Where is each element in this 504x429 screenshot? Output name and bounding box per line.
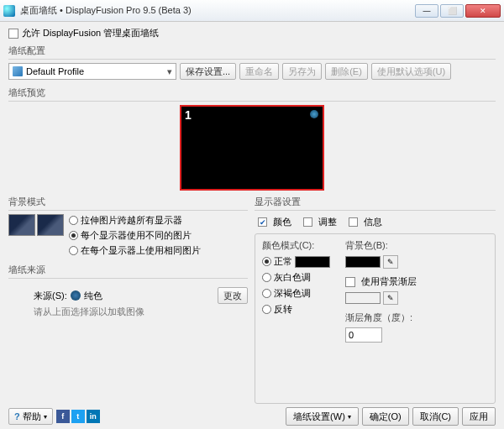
mode-sepia-radio[interactable] bbox=[262, 289, 271, 298]
color-panel: 颜色模式(C): 正常 灰白色调 深褐色调 反转 背景色(B): ✎ 使用背景渐… bbox=[255, 233, 496, 404]
mode-invert-radio[interactable] bbox=[262, 305, 271, 314]
saveas-button[interactable]: 另存为 bbox=[282, 63, 322, 80]
section-profile-label: 墙纸配置 bbox=[8, 44, 496, 57]
gradient-picker-button[interactable]: ✎ bbox=[383, 291, 398, 305]
help-icon: ? bbox=[14, 411, 20, 421]
monitor-preview[interactable]: 1 bbox=[180, 105, 324, 191]
ok-button[interactable]: 确定(O) bbox=[362, 407, 409, 426]
section-monitor-label: 显示器设置 bbox=[255, 196, 496, 208]
source-hint: 请从上面选择源以加载图像 bbox=[8, 306, 248, 318]
bgcolor-label: 背景色(B): bbox=[345, 239, 417, 252]
delete-button[interactable]: 删除(E) bbox=[325, 63, 368, 80]
bgmode-different-radio[interactable] bbox=[69, 231, 78, 240]
mode-normal-swatch bbox=[295, 256, 330, 268]
color-mode-label: 颜色模式(C): bbox=[262, 239, 330, 252]
bgmode-span-radio[interactable] bbox=[69, 216, 78, 225]
change-source-button[interactable]: 更改 bbox=[218, 287, 248, 304]
tab-info[interactable]: 信息 bbox=[345, 214, 386, 230]
close-button[interactable]: ✕ bbox=[465, 4, 501, 18]
minimize-button[interactable]: — bbox=[415, 4, 438, 18]
mode-normal-radio[interactable] bbox=[262, 257, 271, 266]
save-settings-button[interactable]: 保存设置... bbox=[180, 63, 236, 80]
twitter-icon[interactable]: t bbox=[71, 410, 85, 423]
bgcolor-swatch[interactable] bbox=[345, 256, 381, 268]
bgcolor-picker-button[interactable]: ✎ bbox=[383, 255, 398, 269]
section-preview-label: 墙纸预览 bbox=[8, 86, 496, 99]
gradient-swatch[interactable] bbox=[345, 292, 381, 304]
profile-icon bbox=[13, 66, 23, 76]
rename-button[interactable]: 重命名 bbox=[239, 63, 279, 80]
section-bgmode-label: 背景模式 bbox=[8, 196, 248, 208]
preview-logo-icon bbox=[310, 110, 318, 118]
bgmode-thumb-2[interactable] bbox=[37, 214, 64, 236]
bgmode-same-label: 在每个显示器上使用相同图片 bbox=[81, 244, 201, 257]
facebook-icon[interactable]: f bbox=[56, 410, 70, 423]
maximize-button[interactable]: ⬜ bbox=[440, 4, 464, 18]
allow-manage-label: 允许 DisplayFusion 管理桌面墙纸 bbox=[22, 27, 159, 39]
linkedin-icon[interactable]: in bbox=[87, 410, 100, 423]
help-button[interactable]: ?帮助▾ bbox=[8, 408, 53, 425]
bgmode-thumb-1[interactable] bbox=[8, 214, 35, 236]
window-title: 桌面墙纸 • DisplayFusion Pro 9.5 (Beta 3) bbox=[20, 4, 415, 17]
mode-gray-radio[interactable] bbox=[262, 273, 271, 282]
tab-adjust[interactable]: 调整 bbox=[300, 214, 340, 230]
source-label: 来源(S): bbox=[34, 290, 67, 302]
section-source-label: 墙纸来源 bbox=[8, 264, 248, 276]
profile-selected: Default Profile bbox=[26, 66, 84, 76]
bgmode-span-label: 拉伸图片跨越所有显示器 bbox=[81, 214, 182, 227]
bgmode-same-radio[interactable] bbox=[69, 246, 78, 255]
tab-color[interactable]: 颜色 bbox=[255, 214, 295, 230]
monitor-number: 1 bbox=[185, 108, 192, 122]
angle-input[interactable]: 0 bbox=[345, 327, 382, 343]
source-value: 纯色 bbox=[84, 290, 102, 302]
use-gradient-checkbox[interactable] bbox=[345, 277, 355, 287]
cancel-button[interactable]: 取消(C) bbox=[412, 407, 459, 426]
solid-color-icon bbox=[71, 290, 81, 301]
angle-label: 渐层角度（度）: bbox=[345, 311, 417, 324]
profile-select[interactable]: Default Profile bbox=[8, 63, 176, 80]
bgmode-different-label: 每个显示器使用不同的图片 bbox=[81, 229, 192, 242]
allow-manage-checkbox[interactable] bbox=[8, 29, 18, 39]
app-icon bbox=[3, 5, 15, 17]
wallpaper-settings-button[interactable]: 墙纸设置(W)▾ bbox=[286, 407, 359, 426]
use-default-button[interactable]: 使用默认选项(U) bbox=[371, 63, 451, 80]
apply-button[interactable]: 应用 bbox=[462, 407, 496, 426]
